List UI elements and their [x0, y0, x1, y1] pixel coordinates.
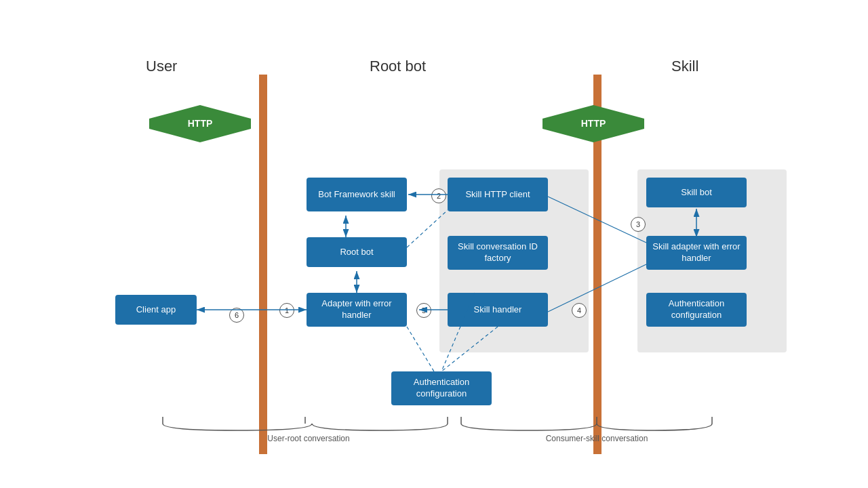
- svg-line-21: [407, 327, 434, 371]
- root-bot-box: Root bot: [307, 237, 407, 267]
- user-label: User: [146, 58, 177, 75]
- diagram: User Root bot Skill Client app Bot Frame…: [0, 0, 868, 488]
- skill-handler-box: Skill handler: [448, 293, 548, 327]
- auth-config-right-box: Authentication configuration: [646, 293, 747, 327]
- auth-config-bottom-box: Authentication configuration: [391, 371, 492, 405]
- root-bot-label: Root bot: [370, 58, 426, 75]
- skill-bot-box: Skill bot: [646, 178, 747, 207]
- right-vertical-bar: [593, 75, 601, 454]
- adapter-with-error-handler-box: Adapter with error handler: [307, 293, 407, 327]
- bot-framework-skill-box: Bot Framework skill: [307, 178, 407, 211]
- skill-adapter-with-error-handler-box: Skill adapter with error handler: [646, 236, 747, 270]
- user-root-conversation-label: User-root conversation: [163, 434, 454, 443]
- client-app-box: Client app: [115, 295, 197, 325]
- circle-2: 2: [431, 188, 446, 203]
- left-vertical-bar: [259, 75, 267, 454]
- circle-5: 5: [416, 303, 431, 318]
- consumer-skill-conversation-label: Consumer-skill conversation: [468, 434, 726, 443]
- circle-3: 3: [631, 217, 646, 232]
- svg-text:HTTP: HTTP: [188, 118, 213, 129]
- svg-marker-6: [149, 105, 251, 142]
- circle-4: 4: [572, 303, 587, 318]
- skill-http-client-box: Skill HTTP client: [448, 178, 548, 211]
- skill-label: Skill: [671, 58, 698, 75]
- circle-1: 1: [279, 303, 294, 318]
- skill-conversation-id-factory-box: Skill conversation ID factory: [448, 236, 548, 270]
- circle-6: 6: [229, 308, 244, 323]
